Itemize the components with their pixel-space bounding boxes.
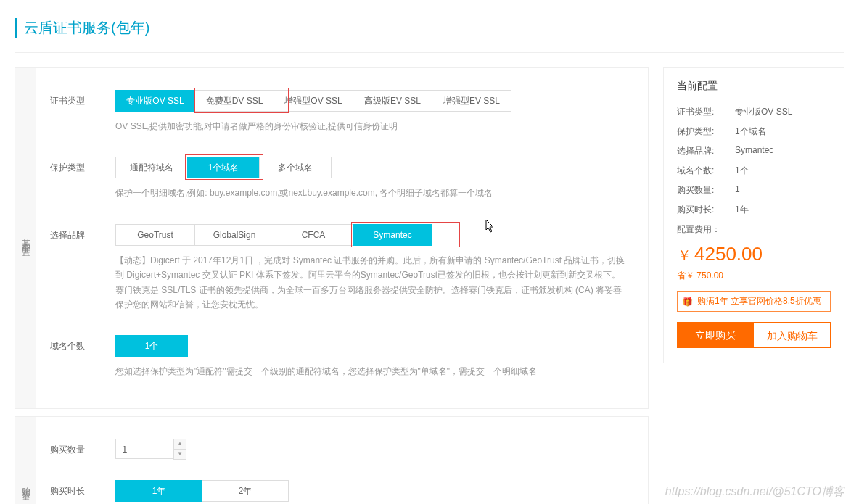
side-tab-basic: 基本配置 — [15, 68, 36, 408]
cfg-row-brand: 选择品牌:Symantec — [677, 145, 831, 157]
label-duration: 购买时长 — [50, 480, 115, 497]
buy-now-button[interactable]: 立即购买 — [677, 322, 753, 348]
highlight-box-single — [185, 154, 263, 180]
qty-input[interactable] — [115, 439, 173, 459]
cfg-row-domain: 域名个数:1个 — [677, 165, 831, 177]
opt-brand-geotrust[interactable]: GeoTrust — [115, 224, 195, 246]
qty-up-icon[interactable]: ▲ — [174, 439, 186, 449]
label-brand: 选择品牌 — [50, 224, 115, 241]
gift-icon: 🎁 — [682, 297, 693, 307]
opt-cert-ev[interactable]: 高级版EV SSL — [353, 90, 432, 112]
label-domain-count: 域名个数 — [50, 335, 115, 352]
section-purchase: 购买量 购买数量 ▲ ▼ — [15, 416, 649, 504]
config-panel: 当前配置 证书类型:专业版OV SSL 保护类型:1个域名 选择品牌:Syman… — [663, 67, 844, 363]
qty-down-icon[interactable]: ▼ — [174, 449, 186, 459]
highlight-box-dv — [194, 88, 289, 113]
section-basic: 基本配置 证书类型 专业版OV SSL 免费型DV SSL 增强型OV SSL … — [15, 67, 649, 409]
save-amount: 省￥ 750.00 — [677, 270, 831, 282]
desc-protect-type: 保护一个明细域名,例如: buy.example.com,或next.buy.e… — [115, 186, 626, 200]
divider — [15, 52, 844, 53]
side-tab-basic-label: 基本配置 — [20, 232, 32, 244]
desc-brand: 【动态】Digicert 于 2017年12月1日 ，完成对 Symantec … — [115, 253, 626, 313]
opt-duration-2y[interactable]: 2年 — [202, 480, 289, 502]
label-protect-type: 保护类型 — [50, 157, 115, 174]
opt-brand-cfca[interactable]: CFCA — [274, 224, 353, 246]
opt-cert-ov[interactable]: 专业版OV SSL — [115, 90, 195, 112]
add-cart-button[interactable]: 加入购物车 — [753, 322, 831, 348]
opt-protect-multi[interactable]: 多个域名 — [259, 157, 332, 178]
opt-duration-1y[interactable]: 1年 — [115, 480, 202, 502]
quantity-stepper[interactable]: ▲ ▼ — [115, 439, 626, 460]
opt-brand-globalsign[interactable]: GlobalSign — [194, 224, 274, 246]
desc-domain-count: 您如选择保护类型为"通配符"需提交一个级别的通配符域名，您选择保护类型为"单域名… — [115, 364, 626, 379]
highlight-box-symantec — [351, 222, 460, 247]
promo-text: 购满1年 立享官网价格8.5折优惠 — [697, 295, 821, 307]
cfg-fee-label: 配置费用： — [677, 223, 831, 236]
cfg-row-qty: 购买数量:1 — [677, 184, 831, 197]
desc-cert-type: OV SSL,提供加密功能,对申请者做严格的身份审核验证,提供可信身份证明 — [115, 119, 626, 133]
opt-domain-1[interactable]: 1个 — [115, 335, 188, 357]
page-title: 云盾证书服务(包年) — [15, 18, 844, 38]
cfg-row-cert: 证书类型:专业版OV SSL — [677, 106, 831, 118]
cfg-row-protect: 保护类型:1个域名 — [677, 125, 831, 138]
label-cert-type: 证书类型 — [50, 90, 115, 107]
label-qty: 购买数量 — [50, 439, 115, 456]
opt-cert-ev-plus[interactable]: 增强型EV SSL — [432, 90, 511, 112]
page-title-text: 云盾证书服务(包年) — [24, 18, 844, 38]
promo-banner: 🎁 购满1年 立享官网价格8.5折优惠 — [677, 291, 831, 312]
side-tab-purchase: 购买量 — [15, 417, 36, 504]
price: ￥4250.00 — [677, 243, 831, 265]
cfg-row-duration: 购买时长:1年 — [677, 204, 831, 216]
side-tab-purchase-label: 购买量 — [20, 480, 32, 489]
opt-protect-wildcard[interactable]: 通配符域名 — [115, 157, 188, 178]
config-title: 当前配置 — [677, 80, 831, 93]
